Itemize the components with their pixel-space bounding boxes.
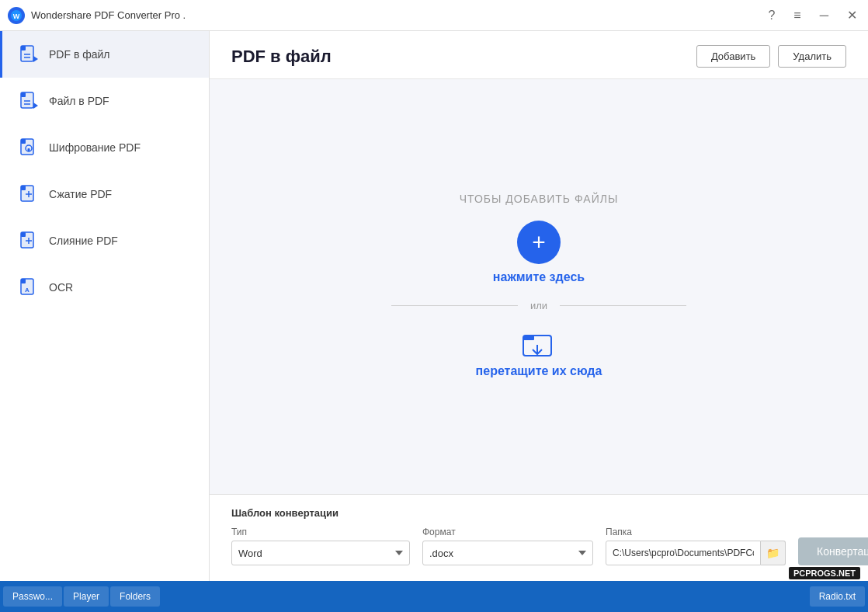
sidebar-item-label-merge-pdf: Слияние PDF — [49, 235, 118, 247]
titlebar: W Wondershare PDF Converter Pro . ? ≡ ─ … — [0, 0, 868, 31]
type-select[interactable]: Word Excel PowerPoint HTML Text Image — [231, 541, 410, 565]
divider-line-right — [560, 305, 686, 306]
sidebar-item-pdf-to-file[interactable]: PDF в файл — [0, 31, 209, 78]
drag-drop-icon — [522, 327, 556, 358]
drag-icon-container: перетащите их сюда — [476, 327, 602, 378]
ocr-icon: A — [18, 276, 40, 298]
format-select[interactable]: .docx .doc .rtf — [422, 541, 593, 565]
folder-browse-button[interactable]: 📁 — [761, 541, 786, 565]
format-field: Формат .docx .doc .rtf — [422, 527, 593, 565]
file-to-pdf-icon — [18, 90, 40, 112]
folder-input-row: 📁 — [606, 541, 786, 565]
compress-pdf-icon — [18, 183, 40, 205]
app-icon: W — [8, 7, 25, 24]
add-files-button[interactable]: + — [517, 221, 561, 264]
sidebar-item-ocr[interactable]: A OCR — [0, 264, 209, 311]
main-layout: PDF в файл Файл в PDF — [0, 31, 868, 581]
svg-rect-17 — [21, 186, 26, 190]
add-button[interactable]: Добавить — [696, 45, 770, 68]
divider-line-left — [391, 305, 518, 306]
svg-text:W: W — [13, 12, 20, 20]
app-title: Wondershare PDF Converter Pro . — [31, 9, 186, 21]
minimize-button[interactable]: ─ — [815, 7, 833, 24]
svg-rect-21 — [21, 232, 26, 237]
sidebar-item-file-to-pdf[interactable]: Файл в PDF — [0, 78, 209, 124]
encrypt-pdf-icon — [18, 137, 40, 158]
folder-icon: 📁 — [766, 547, 779, 559]
titlebar-controls: ? ≡ ─ ✕ — [763, 6, 862, 24]
conversion-panel: Шаблон конвертации Тип Word Excel PowerP… — [210, 494, 868, 581]
taskbar-item-1[interactable]: Player — [64, 586, 109, 607]
sidebar-item-label-file-to-pdf: Файл в PDF — [49, 95, 109, 107]
taskbar-item-3[interactable]: Radio.txt — [810, 586, 865, 607]
taskbar-item-0[interactable]: Passwo... — [3, 586, 62, 607]
delete-button[interactable]: Удалить — [778, 45, 846, 68]
svg-rect-13 — [21, 139, 26, 144]
svg-text:A: A — [25, 287, 30, 294]
or-text: или — [530, 300, 547, 311]
svg-rect-28 — [523, 336, 534, 340]
page-title: PDF в файл — [231, 47, 332, 67]
folder-label: Папка — [606, 527, 786, 537]
format-label: Формат — [422, 527, 593, 537]
taskbar-item-2[interactable]: Folders — [110, 586, 160, 607]
svg-marker-6 — [33, 56, 38, 62]
sidebar-item-compress-pdf[interactable]: Сжатие PDF — [0, 171, 209, 217]
close-button[interactable]: ✕ — [842, 6, 862, 24]
taskbar: Passwo... Player Folders Radio.txt — [0, 581, 868, 612]
menu-button[interactable]: ≡ — [789, 7, 805, 24]
sidebar-item-encrypt-pdf[interactable]: Шифрование PDF — [0, 124, 209, 171]
divider: или — [391, 300, 686, 311]
content-area: PDF в файл Добавить Удалить ЧТОБЫ ДОБАВИ… — [210, 31, 868, 581]
click-here-text[interactable]: нажмите здесь — [493, 270, 585, 284]
sidebar-item-label-ocr: OCR — [49, 281, 73, 294]
svg-rect-8 — [21, 92, 26, 97]
plus-icon: + — [532, 229, 546, 256]
sidebar-item-merge-pdf[interactable]: Слияние PDF — [0, 217, 209, 264]
content-header: PDF в файл Добавить Удалить — [210, 31, 868, 79]
svg-rect-15 — [28, 148, 30, 151]
sidebar-item-label-compress-pdf: Сжатие PDF — [49, 188, 112, 200]
convert-button[interactable]: Конвертация — [798, 537, 868, 565]
svg-rect-3 — [21, 46, 26, 50]
folder-input[interactable] — [606, 541, 761, 565]
help-button[interactable]: ? — [763, 7, 779, 24]
type-field: Тип Word Excel PowerPoint HTML Text Imag… — [231, 527, 410, 565]
sidebar: PDF в файл Файл в PDF — [0, 31, 210, 581]
panel-title: Шаблон конвертации — [231, 507, 846, 519]
folder-field: Папка 📁 — [606, 527, 786, 565]
type-label: Тип — [231, 527, 410, 537]
drop-hint-text: ЧТОБЫ ДОБАВИТЬ ФАЙЛЫ — [460, 193, 619, 205]
sidebar-item-label-pdf-to-file: PDF в файл — [49, 48, 110, 61]
pdf-to-file-icon — [18, 43, 40, 65]
svg-rect-25 — [21, 279, 26, 283]
drag-text[interactable]: перетащите их сюда — [476, 364, 602, 378]
titlebar-left: W Wondershare PDF Converter Pro . — [8, 7, 186, 24]
sidebar-item-label-encrypt-pdf: Шифрование PDF — [49, 141, 141, 154]
panel-row: Тип Word Excel PowerPoint HTML Text Imag… — [231, 527, 846, 565]
header-buttons: Добавить Удалить — [696, 45, 846, 68]
merge-pdf-icon — [18, 230, 40, 252]
svg-marker-11 — [33, 103, 38, 109]
drop-zone[interactable]: ЧТОБЫ ДОБАВИТЬ ФАЙЛЫ + нажмите здесь или — [210, 79, 868, 494]
